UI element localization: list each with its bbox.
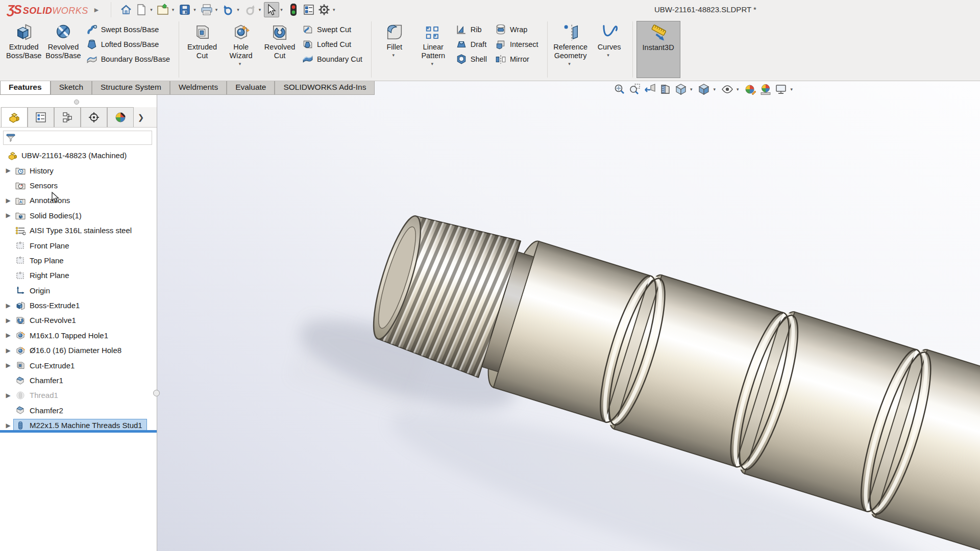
- rollback-bar[interactable]: [0, 430, 157, 433]
- expand-arrow-icon[interactable]: ▶: [3, 197, 13, 204]
- rebuild-button[interactable]: [286, 2, 301, 17]
- tree-item-origin[interactable]: Origin: [0, 283, 157, 298]
- properties-button[interactable]: [301, 2, 316, 17]
- expand-arrow-icon[interactable]: ▶: [3, 212, 13, 219]
- panel-splitter-handle[interactable]: [153, 390, 160, 396]
- dropdown-arrow-icon[interactable]: ▾: [607, 53, 609, 58]
- hide-show-items-button[interactable]: [720, 83, 734, 96]
- dropdown-arrow-icon[interactable]: ▾: [737, 87, 739, 92]
- view-orientation-button[interactable]: [674, 83, 688, 96]
- displaymanager-tab[interactable]: [107, 107, 134, 127]
- zoom-to-fit-button[interactable]: [612, 83, 626, 96]
- previous-view-button[interactable]: [643, 83, 657, 96]
- dropdown-arrow-icon[interactable]: ▾: [259, 7, 261, 12]
- linear-pattern-button[interactable]: Linear Pattern ▾: [414, 21, 453, 66]
- tree-item-annotations[interactable]: ▶ A Annotations: [0, 193, 157, 208]
- panel-collapse-handle[interactable]: [74, 99, 79, 105]
- options-button[interactable]: [316, 2, 332, 17]
- save-button[interactable]: [177, 2, 192, 17]
- zoom-to-area-button[interactable]: [628, 83, 642, 96]
- hole-wizard-button[interactable]: Hole Wizard ▾: [222, 21, 260, 66]
- dropdown-arrow-icon[interactable]: ▾: [239, 61, 241, 66]
- boundary-boss-base-button[interactable]: Boundary Boss/Base: [83, 52, 175, 66]
- tab-features[interactable]: Features: [0, 81, 51, 95]
- shaft-3d-model[interactable]: [157, 81, 980, 551]
- revolved-cut-button[interactable]: Revolved Cut: [260, 21, 299, 60]
- select-tool-button[interactable]: [264, 2, 279, 17]
- propertymanager-tab[interactable]: [28, 107, 54, 127]
- tree-item-sensors[interactable]: Sensors: [0, 178, 157, 193]
- tree-item-top-plane[interactable]: Top Plane: [0, 253, 157, 268]
- dimxpertmanager-tab[interactable]: [81, 107, 107, 127]
- fillet-button[interactable]: Fillet ▾: [375, 21, 414, 58]
- lofted-boss-base-button[interactable]: Lofted Boss/Base: [83, 37, 175, 52]
- intersect-button[interactable]: Intersect: [492, 37, 544, 52]
- expand-arrow-icon[interactable]: ▶: [3, 392, 13, 399]
- tree-item-chamfer1[interactable]: Chamfer1: [0, 373, 157, 388]
- dropdown-arrow-icon[interactable]: ▾: [280, 7, 283, 12]
- print-button[interactable]: [199, 2, 214, 17]
- apply-scene-button[interactable]: [759, 83, 773, 96]
- mirror-button[interactable]: Mirror: [492, 52, 544, 66]
- display-style-button[interactable]: [697, 83, 711, 96]
- wrap-button[interactable]: Wrap: [492, 22, 544, 37]
- extruded-cut-button[interactable]: Extruded Cut: [183, 21, 222, 60]
- configurationmanager-tab[interactable]: [54, 107, 81, 127]
- extruded-boss-base-button[interactable]: Extruded Boss/Base: [4, 21, 43, 60]
- dropdown-arrow-icon[interactable]: ▾: [392, 53, 395, 58]
- dropdown-arrow-icon[interactable]: ▾: [791, 87, 793, 92]
- tree-item-cut-extrude1[interactable]: ▶ Cut-Extrude1: [0, 358, 157, 372]
- tree-filter-input[interactable]: [19, 132, 152, 143]
- expand-arrow-icon[interactable]: ▶: [3, 317, 13, 324]
- dropdown-arrow-icon[interactable]: ▾: [431, 61, 433, 66]
- expand-arrow-icon[interactable]: ▶: [3, 332, 13, 339]
- swept-boss-base-button[interactable]: Swept Boss/Base: [83, 22, 175, 37]
- tab-solidworks-add-ins[interactable]: SOLIDWORKS Add-Ins: [275, 81, 375, 95]
- swept-cut-button[interactable]: Swept Cut: [299, 22, 368, 37]
- dropdown-arrow-icon[interactable]: ▾: [690, 87, 693, 92]
- dropdown-arrow-icon[interactable]: ▾: [333, 7, 335, 12]
- tab-weldments[interactable]: Weldments: [170, 81, 227, 95]
- view-settings-button[interactable]: [774, 83, 788, 96]
- boundary-cut-button[interactable]: Boundary Cut: [299, 52, 368, 66]
- draft-button[interactable]: Draft: [453, 37, 492, 52]
- tree-item-root-part[interactable]: UBW-21161-48823 (Machined): [0, 148, 157, 163]
- shell-button[interactable]: Shell: [453, 52, 492, 66]
- tree-item-cut-revolve1[interactable]: ▶ Cut-Revolve1: [0, 313, 157, 328]
- graphics-viewport[interactable]: ▾ ▾ ▾: [157, 81, 980, 551]
- tree-item-m16-tapped-hole1[interactable]: ▶ M16x1.0 Tapped Hole1: [0, 328, 157, 343]
- tree-item-diameter-hole8[interactable]: ▶ Ø16.0 (16) Diameter Hole8: [0, 343, 157, 358]
- tree-filter-box[interactable]: [3, 131, 152, 145]
- tree-item-boss-extrude1[interactable]: ▶ Boss-Extrude1: [0, 298, 157, 313]
- tab-evaluate[interactable]: Evaluate: [227, 81, 275, 95]
- tab-structure-system[interactable]: Structure System: [92, 81, 170, 95]
- tree-item-right-plane[interactable]: Right Plane: [0, 268, 157, 283]
- section-view-button[interactable]: [658, 83, 672, 96]
- tree-item-material[interactable]: AISI Type 316L stainless steel: [0, 223, 157, 238]
- expand-arrow-icon[interactable]: ▶: [3, 347, 13, 354]
- tree-item-chamfer2[interactable]: Chamfer2: [0, 403, 157, 418]
- dropdown-arrow-icon[interactable]: ▾: [193, 7, 196, 12]
- edit-appearance-button[interactable]: [744, 83, 757, 96]
- tab-sketch[interactable]: Sketch: [51, 81, 92, 95]
- instant3d-button[interactable]: Instant3D: [636, 21, 680, 78]
- undo-button[interactable]: [220, 2, 236, 17]
- featuremanager-tab[interactable]: [1, 107, 28, 127]
- revolved-boss-base-button[interactable]: Revolved Boss/Base: [43, 21, 83, 60]
- home-button[interactable]: [118, 2, 134, 17]
- reference-geometry-button[interactable]: Reference Geometry ▾: [551, 21, 590, 66]
- dropdown-arrow-icon[interactable]: ▾: [172, 7, 175, 12]
- open-button[interactable]: [156, 2, 171, 17]
- tree-item-solid-bodies[interactable]: ▶ Solid Bodies(1): [0, 208, 157, 223]
- dropdown-arrow-icon[interactable]: ▾: [568, 61, 571, 66]
- dropdown-arrow-icon[interactable]: ▾: [215, 7, 218, 12]
- dropdown-arrow-icon[interactable]: ▾: [237, 7, 239, 12]
- tree-item-thread1-suppressed[interactable]: ▶ Thread1: [0, 388, 157, 403]
- expand-arrow-icon[interactable]: ▶: [3, 362, 13, 369]
- curves-button[interactable]: Curves ▾: [590, 21, 629, 58]
- lofted-cut-button[interactable]: Lofted Cut: [299, 37, 368, 52]
- rib-button[interactable]: Rib: [453, 22, 492, 37]
- dropdown-arrow-icon[interactable]: ▾: [714, 87, 716, 92]
- expand-arrow-icon[interactable]: ▶: [3, 167, 13, 174]
- expand-arrow-icon[interactable]: ▶: [3, 422, 13, 429]
